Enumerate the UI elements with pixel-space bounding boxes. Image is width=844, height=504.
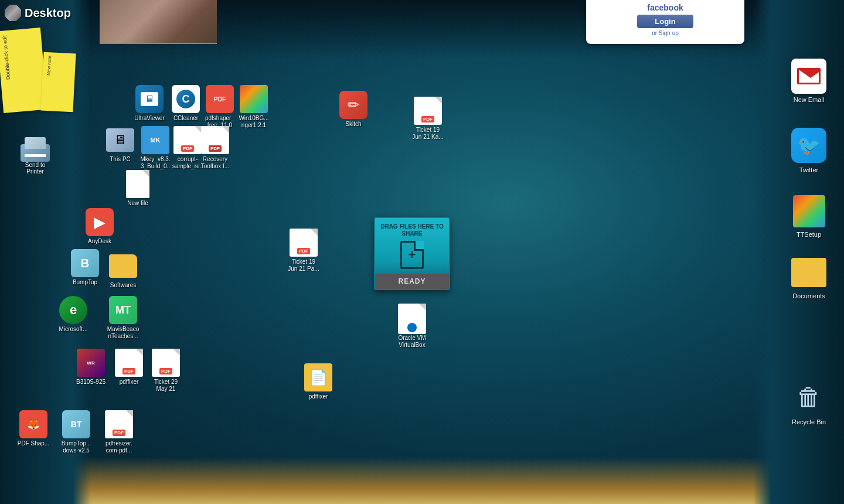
- recovery-icon[interactable]: PDF RecoveryToolbox f...: [195, 126, 236, 170]
- ccleaner-label: CCleaner: [173, 115, 198, 122]
- bottom-wall: [0, 457, 844, 504]
- drag-plus-icon: +: [409, 248, 416, 261]
- sticky-note-2-text: New note: [46, 56, 53, 76]
- oracle-icon[interactable]: Oracle VMVirtualBox: [392, 305, 433, 349]
- b310s-icon[interactable]: WR B310S-925: [70, 349, 111, 386]
- ticket19a-icon[interactable]: PDF Ticket 19Jun 21 Pa...: [283, 229, 324, 273]
- drag-files-widget[interactable]: DRAG FILES HERE TO SHARE + READY: [374, 217, 450, 290]
- facebook-widget: facebook Login or Sign up: [586, 0, 744, 44]
- twitter-label: Twitter: [799, 166, 818, 173]
- ticket29-icon[interactable]: PDF Ticket 29May 21: [145, 349, 186, 393]
- mavis-label: MavisBeaconTeaches...: [107, 326, 139, 340]
- new-email-icon[interactable]: New Email: [785, 59, 832, 103]
- documents-icon[interactable]: Documents: [785, 255, 832, 299]
- newfile-label: New file: [127, 200, 148, 207]
- win10bg-label: Win10BG...nger1.2.1: [239, 115, 268, 129]
- drag-files-ready: READY: [375, 274, 449, 289]
- recycle-bin-img: 🗑: [793, 380, 825, 415]
- facebook-login-button[interactable]: Login: [637, 15, 693, 28]
- anydesk-icon[interactable]: ▶ AnyDesk: [79, 208, 120, 245]
- softwares-label: Softwares: [110, 282, 136, 289]
- oracle-label: Oracle VMVirtualBox: [398, 335, 426, 349]
- drag-files-top: DRAG FILES HERE TO SHARE +: [375, 218, 449, 274]
- ultraviewer-label: UltraViewer: [134, 115, 165, 122]
- thispc-label: This PC: [110, 156, 131, 163]
- anydesk-label: AnyDesk: [88, 238, 111, 245]
- skitch-icon[interactable]: ✏ Skitch: [333, 91, 374, 128]
- ttsetup-img: [793, 195, 825, 227]
- desktop-icon-small: [5, 5, 21, 21]
- ticket19b-icon[interactable]: PDF Ticket 19Jun 21 Ka...: [407, 97, 448, 141]
- softwares-icon[interactable]: Softwares: [103, 252, 144, 289]
- documents-label: Documents: [792, 292, 825, 299]
- drag-files-icon: +: [400, 241, 424, 269]
- ttsetup-label: TTSetup: [797, 231, 821, 238]
- twitter-icon[interactable]: 🐦 Twitter: [785, 126, 832, 173]
- page-title: Desktop: [25, 6, 71, 20]
- recycle-bin-label: Recycle Bin: [792, 418, 826, 425]
- ultraviewer-icon[interactable]: 🖥 UltraViewer: [129, 85, 170, 122]
- bumptop-win-label: BumpTop...dows-v2.5: [62, 440, 91, 454]
- bumptop-left-label: BumpTop: [73, 279, 97, 286]
- title-bar: Desktop: [5, 5, 71, 21]
- newfile-icon[interactable]: New file: [117, 170, 158, 207]
- pdffixer2-icon[interactable]: 📄 pdffixer: [298, 363, 339, 400]
- send-to-printer-icon[interactable]: Send toPrinter: [12, 129, 59, 175]
- printer-label: Send toPrinter: [25, 162, 45, 175]
- ttsetup-icon[interactable]: TTSetup: [785, 193, 832, 238]
- facebook-signup: or Sign up: [652, 30, 679, 36]
- envelope-shape: [797, 68, 821, 84]
- recycle-bin-icon[interactable]: 🗑 Recycle Bin: [785, 378, 832, 425]
- mavis-icon[interactable]: MT MavisBeaconTeaches...: [103, 296, 144, 340]
- facebook-title: facebook: [647, 3, 683, 12]
- skitch-label: Skitch: [345, 121, 361, 128]
- documents-folder-icon: [791, 258, 826, 287]
- b310s-label: B310S-925: [76, 379, 106, 386]
- twitter-bird-icon: 🐦: [791, 128, 826, 163]
- pdfresizer-icon[interactable]: PDF pdfresizer.com-pdf...: [98, 410, 139, 454]
- sticky-note-1-text: Double-click to edit: [2, 35, 12, 80]
- microsoft-label: Microsoft...: [59, 326, 88, 333]
- ticket19b-label: Ticket 19Jun 21 Ka...: [412, 127, 443, 141]
- pdffixer2-label: pdffixer: [309, 393, 328, 400]
- pdfshaper-bottom-icon[interactable]: 🦊 PDF Shap...: [13, 410, 54, 447]
- pdfshaper-bottom-label: PDF Shap...: [18, 440, 49, 447]
- pdfresizer-label: pdfresizer.com-pdf...: [106, 440, 132, 454]
- microsoft-edge-icon[interactable]: e Microsoft...: [53, 296, 94, 333]
- ticket29-label: Ticket 29May 21: [154, 379, 178, 393]
- pdffixer-icon[interactable]: PDF pdffixer: [108, 349, 149, 386]
- ticket19a-label: Ticket 19Jun 21 Pa...: [288, 258, 319, 273]
- mkey-label: Mkey_v8.3.3_Build_0..: [140, 156, 170, 170]
- drag-files-text: DRAG FILES HERE TO SHARE: [380, 223, 444, 237]
- new-email-label: New Email: [794, 96, 825, 103]
- win10bg-icon[interactable]: Win10BG...nger1.2.1: [233, 85, 274, 129]
- pdffixer-label: pdffixer: [120, 379, 139, 386]
- sticky-note-1[interactable]: Double-click to edit: [0, 28, 47, 113]
- envelope-icon: [791, 59, 826, 94]
- bumptop-win-icon[interactable]: BT BumpTop...dows-v2.5: [56, 410, 97, 454]
- bumptop-left-icon[interactable]: B BumpTop: [64, 249, 106, 286]
- camera-preview: [100, 0, 217, 44]
- recovery-label: RecoveryToolbox f...: [201, 156, 229, 170]
- sticky-note-2[interactable]: New note: [40, 52, 76, 113]
